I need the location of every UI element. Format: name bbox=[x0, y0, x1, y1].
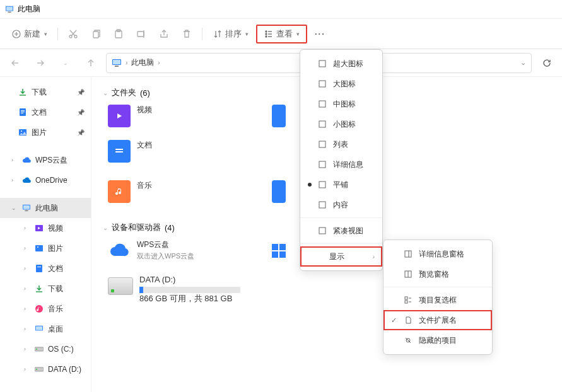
view-menu-item[interactable]: 大图标 bbox=[300, 74, 382, 94]
folder-music[interactable]: 音乐 bbox=[108, 180, 247, 210]
show-menu-item[interactable]: 隐藏的项目 bbox=[383, 330, 492, 350]
cloud-icon bbox=[21, 175, 32, 185]
view-menu-item[interactable]: 详细信息 bbox=[300, 154, 382, 175]
sidebar-item-label: 下载 bbox=[48, 284, 63, 294]
drive-sublabel: 866 GB 可用，共 881 GB bbox=[139, 293, 240, 304]
view-menu-item[interactable]: 平铺 bbox=[300, 175, 382, 195]
sidebar-item-documents[interactable]: 文档 bbox=[0, 102, 91, 122]
separator bbox=[300, 243, 382, 244]
nav-back-button[interactable] bbox=[5, 53, 25, 73]
more-button[interactable]: ··· bbox=[310, 25, 331, 42]
sort-button[interactable]: 排序 ▾ bbox=[208, 25, 254, 43]
sidebar-item-label: 文档 bbox=[48, 263, 63, 274]
nav-up-button[interactable] bbox=[81, 53, 101, 73]
folder-video[interactable]: 视频 bbox=[108, 105, 247, 135]
view-mode-icon bbox=[318, 200, 327, 209]
check-icon bbox=[390, 296, 397, 304]
view-menu-item[interactable]: 小图标 bbox=[300, 114, 382, 134]
section-count: (4) bbox=[165, 223, 175, 233]
view-mode-icon bbox=[318, 100, 327, 108]
view-menu-item[interactable]: 超大图标 bbox=[300, 54, 382, 74]
svg-rect-24 bbox=[25, 210, 28, 211]
sidebar-item--[interactable]: ›文档 bbox=[0, 258, 91, 279]
sidebar-item-downloads[interactable]: 下载 bbox=[0, 82, 91, 102]
new-button[interactable]: 新建 ▾ bbox=[6, 25, 52, 43]
rename-icon bbox=[136, 29, 146, 39]
chevron-right-icon: › bbox=[11, 157, 18, 163]
show-menu-item[interactable]: 详细信息窗格 bbox=[383, 244, 492, 264]
view-menu-item[interactable]: 紧凑视图 bbox=[300, 221, 382, 241]
cut-button[interactable] bbox=[63, 25, 83, 43]
breadcrumb-root[interactable]: 此电脑 bbox=[131, 57, 154, 68]
svg-rect-52 bbox=[405, 251, 411, 257]
separator bbox=[57, 28, 58, 40]
svg-point-11 bbox=[266, 33, 267, 35]
menu-item-label: 紧凑视图 bbox=[333, 226, 363, 236]
check-icon: ✓ bbox=[390, 316, 397, 324]
sidebar-item--[interactable]: ›桌面 bbox=[0, 319, 91, 339]
drive-data-d[interactable]: DATA (D:) 866 GB 可用，共 881 GB bbox=[108, 275, 259, 304]
video-icon bbox=[34, 223, 44, 233]
plus-icon bbox=[11, 29, 21, 39]
image-icon bbox=[18, 127, 28, 137]
chevron-right-icon: › bbox=[373, 253, 375, 260]
paste-button[interactable] bbox=[108, 25, 129, 43]
menu-item-label: 文件扩展名 bbox=[419, 315, 457, 326]
device-partial[interactable] bbox=[272, 239, 297, 270]
svg-rect-51 bbox=[319, 228, 325, 234]
svg-point-4 bbox=[69, 35, 72, 38]
share-button[interactable] bbox=[154, 25, 174, 43]
view-menu-item[interactable]: 中图标 bbox=[300, 94, 382, 114]
sidebar-item-this-pc[interactable]: ⌄ 此电脑 bbox=[0, 198, 91, 218]
sidebar-item--[interactable]: ›图片 bbox=[0, 238, 91, 258]
folder-partial[interactable] bbox=[272, 180, 297, 210]
svg-rect-28 bbox=[36, 265, 42, 272]
svg-rect-7 bbox=[115, 31, 122, 38]
sidebar-item-label: 下载 bbox=[32, 87, 47, 98]
svg-rect-50 bbox=[319, 202, 325, 208]
drive-usage-bar bbox=[139, 287, 240, 293]
sidebar-item--[interactable]: ›音乐 bbox=[0, 299, 91, 319]
menu-item-label: 平铺 bbox=[333, 180, 348, 190]
view-menu-item[interactable]: 列表 bbox=[300, 134, 382, 154]
nav-forward-button[interactable] bbox=[30, 53, 50, 73]
copy-button[interactable] bbox=[86, 25, 106, 43]
chevron-down-icon: ⌄ bbox=[11, 205, 18, 211]
svg-rect-23 bbox=[23, 205, 30, 209]
rename-button[interactable] bbox=[131, 25, 151, 43]
breadcrumb-dropdown[interactable]: ⌄ bbox=[520, 59, 526, 67]
show-menu-item[interactable]: 项目复选框 bbox=[383, 290, 492, 310]
toolbar: 新建 ▾ 排序 ▾ 查看 ▾ ··· bbox=[0, 19, 562, 49]
sidebar-item-label: OneDrive bbox=[35, 176, 67, 185]
view-menu-show-item[interactable]: 显示› bbox=[300, 246, 382, 267]
sidebar-item--[interactable]: ›视频 bbox=[0, 218, 91, 238]
folder-documents[interactable]: 文档 bbox=[108, 140, 247, 170]
refresh-button[interactable] bbox=[537, 53, 557, 73]
sidebar-item-label: WPS云盘 bbox=[35, 155, 67, 166]
sidebar-item-onedrive[interactable]: › OneDrive bbox=[0, 170, 91, 190]
delete-button[interactable] bbox=[177, 25, 197, 43]
folder-partial[interactable] bbox=[272, 105, 297, 135]
chevron-right-icon: › bbox=[24, 306, 30, 312]
chevron-down-icon: ▾ bbox=[245, 31, 249, 37]
sidebar-item-os-c-[interactable]: ›OS (C:) bbox=[0, 339, 91, 359]
separator bbox=[300, 217, 382, 218]
show-menu-item[interactable]: 预览窗格 bbox=[383, 264, 492, 284]
new-button-label: 新建 bbox=[24, 28, 40, 40]
cloud-icon bbox=[108, 239, 131, 262]
folder-label: 音乐 bbox=[137, 180, 152, 191]
nav-history-button[interactable]: ⌄ bbox=[56, 53, 76, 73]
sidebar-item-pictures[interactable]: 图片 bbox=[0, 122, 91, 142]
sidebar-item--[interactable]: ›下载 bbox=[0, 279, 91, 299]
view-button[interactable]: 查看 ▾ bbox=[256, 25, 307, 43]
svg-rect-49 bbox=[319, 182, 325, 188]
sidebar-item-wps-cloud[interactable]: › WPS云盘 bbox=[0, 150, 91, 170]
view-menu-item[interactable]: 内容 bbox=[300, 195, 382, 215]
more-icon: ··· bbox=[315, 29, 325, 38]
separator bbox=[383, 287, 492, 287]
scissors-icon bbox=[68, 29, 78, 39]
show-menu-item[interactable]: ✓文件扩展名 bbox=[383, 310, 492, 330]
menu-item-label: 大图标 bbox=[333, 79, 356, 89]
sidebar-item-data-d-[interactable]: ›DATA (D:) bbox=[0, 359, 91, 379]
device-wps-cloud[interactable]: WPS云盘 双击进入WPS云盘 bbox=[108, 239, 247, 270]
